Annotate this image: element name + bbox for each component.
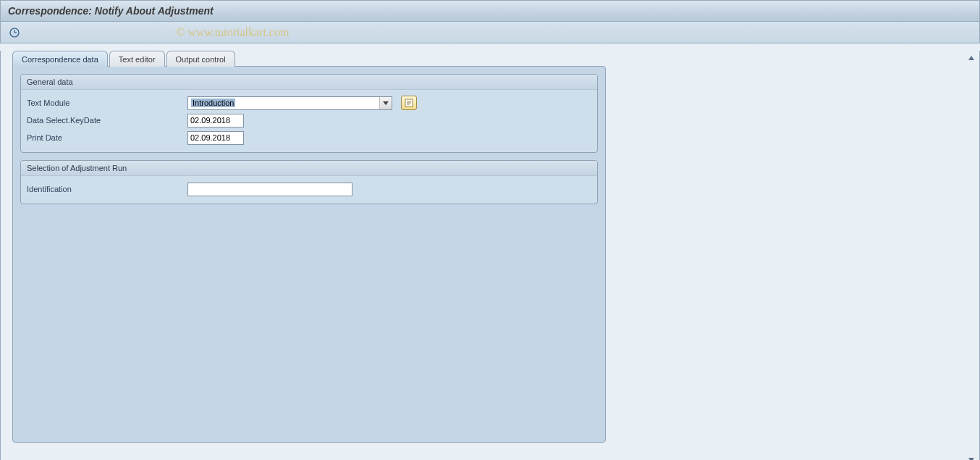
tab-text-editor[interactable]: Text editor	[109, 51, 165, 67]
group-general-data: General data Text Module Introduction	[20, 74, 598, 153]
row-identification: Identification	[27, 180, 591, 198]
group-body: Identification	[21, 176, 597, 204]
group-header: General data	[21, 75, 597, 90]
label-print-date: Print Date	[27, 133, 187, 142]
row-keydate: Data Select.KeyDate	[27, 112, 591, 129]
chevron-down-icon	[379, 97, 392, 109]
tab-correspondence-data[interactable]: Correspondence data	[12, 51, 108, 67]
tab-label: Correspondence data	[22, 55, 98, 64]
tab-label: Output control	[176, 55, 226, 64]
tab-output-control[interactable]: Output control	[166, 51, 235, 67]
display-text-button[interactable]	[401, 96, 417, 110]
group-body: Text Module Introduction	[21, 90, 597, 152]
scroll-down-icon[interactable]	[966, 454, 976, 460]
label-identification: Identification	[27, 185, 187, 193]
tab-label: Text editor	[119, 55, 156, 64]
group-selection-adjustment-run: Selection of Adjustment Run Identificati…	[20, 160, 598, 204]
label-keydate: Data Select.KeyDate	[27, 116, 187, 125]
tab-panel: General data Text Module Introduction	[12, 66, 606, 443]
identification-input[interactable]	[187, 183, 352, 196]
group-header: Selection of Adjustment Run	[21, 161, 597, 176]
select-value: Introduction	[191, 99, 235, 107]
row-print-date: Print Date	[27, 129, 591, 146]
titlebar: Correspondence: Notify About Adjustment	[0, 0, 980, 22]
keydate-input[interactable]	[187, 114, 244, 127]
print-date-input[interactable]	[187, 131, 244, 145]
watermark-text: © www.tutorialkart.com	[176, 26, 289, 39]
content-area: Correspondence data Text editor Output c…	[0, 51, 980, 460]
execute-icon[interactable]	[8, 26, 21, 39]
svg-marker-4	[968, 458, 974, 461]
tab-strip: Correspondence data Text editor Output c…	[12, 51, 979, 67]
toolbar: © www.tutorialkart.com	[0, 22, 980, 43]
row-text-module: Text Module Introduction	[27, 94, 591, 112]
page-title: Correspondence: Notify About Adjustment	[8, 5, 214, 17]
label-text-module: Text Module	[27, 99, 187, 107]
svg-marker-5	[383, 101, 389, 105]
text-module-select[interactable]: Introduction	[187, 96, 392, 110]
